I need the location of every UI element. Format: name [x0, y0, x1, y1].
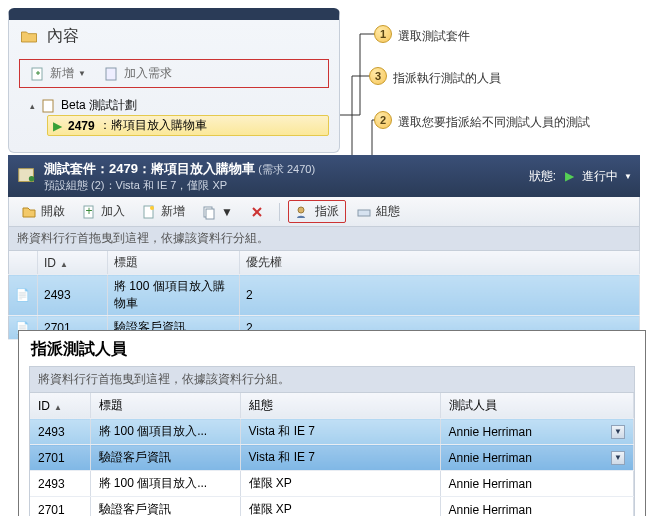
add-icon: + — [81, 204, 97, 220]
col-tester[interactable]: 測試人員 — [440, 393, 634, 419]
status-value[interactable]: 進行中 — [582, 168, 618, 185]
svg-rect-0 — [32, 68, 42, 80]
callout-text-2: 選取您要指派給不同測試人員的測試 — [398, 114, 590, 131]
config-button[interactable]: 組態 — [350, 201, 406, 222]
assign-grid: ID▲ 標題 組態 測試人員 2493 將 100 個項目放入... Vista… — [30, 393, 634, 516]
open-button[interactable]: 開啟 — [15, 201, 71, 222]
add-new-button[interactable]: 新增 ▼ — [26, 63, 90, 84]
col-config[interactable]: 組態 — [240, 393, 440, 419]
chevron-down-icon: ▼ — [78, 69, 86, 78]
test-plan-tree: ▴ Beta 測試計劃 ▶ 2479 ：將項目放入購物車 — [19, 94, 329, 142]
tree-child-selected[interactable]: ▶ 2479 ：將項目放入購物車 — [47, 115, 329, 136]
row-icon: 📄 — [15, 288, 29, 302]
sort-asc-icon: ▲ — [60, 260, 68, 269]
delete-button[interactable] — [243, 202, 271, 222]
callout-text-1: 選取測試套件 — [398, 28, 470, 45]
status-label: 狀態: — [529, 168, 556, 185]
tree-caret-icon[interactable]: ▴ — [27, 101, 37, 111]
content-panel: 內容 新增 ▼ 加入需求 ▴ Beta 測試計劃 ▶ 2479 ：將項目放入購 — [8, 8, 340, 153]
svg-rect-12 — [358, 210, 370, 216]
tester-dropdown[interactable]: ▼ — [611, 425, 625, 439]
table-row[interactable]: 📄 2493 將 100 個項目放入購物車 2 — [9, 275, 640, 316]
col-title[interactable]: 標題 — [108, 251, 240, 275]
callout-marker-1: 1 — [374, 25, 392, 43]
play-icon: ▶ — [50, 119, 64, 133]
tester-dropdown[interactable]: ▼ — [611, 451, 625, 465]
sort-asc-icon: ▲ — [54, 403, 62, 412]
col-id[interactable]: ID▲ — [30, 393, 90, 419]
svg-point-8 — [150, 206, 154, 210]
callout-marker-2: 2 — [374, 111, 392, 129]
assign-testers-panel: 指派測試人員 將資料行行首拖曳到這裡，依據該資料行分組。 ID▲ 標題 組態 測… — [18, 330, 646, 516]
assign-icon — [295, 204, 311, 220]
assign-button[interactable]: 指派 — [288, 200, 346, 223]
chevron-down-icon: ▼ — [221, 205, 233, 219]
table-row[interactable]: 2493 將 100 個項目放入... Vista 和 IE 7 Annie H… — [30, 419, 634, 445]
suite-title: 測試套件：2479：將項目放入購物車 — [44, 161, 255, 176]
svg-point-4 — [29, 176, 35, 182]
delete-icon — [249, 204, 265, 220]
svg-rect-10 — [206, 209, 214, 219]
config-icon — [356, 204, 372, 220]
add-requirement-button[interactable]: 加入需求 — [100, 63, 176, 84]
test-cases-grid: ID▲ 標題 優先權 📄 2493 將 100 個項目放入購物車 2 📄 270… — [8, 251, 640, 340]
callout-text-3: 指派執行測試的人員 — [393, 70, 501, 87]
col-id[interactable]: ID▲ — [38, 251, 108, 275]
assign-group-hint: 將資料行行首拖曳到這裡，依據該資料行分組。 — [30, 367, 634, 393]
grid-header-row: ID▲ 標題 優先權 — [9, 251, 640, 275]
requirement-icon — [104, 66, 120, 82]
copy-button[interactable]: ▼ — [195, 202, 239, 222]
new-icon-2 — [141, 204, 157, 220]
suite-icon — [16, 165, 38, 187]
suite-header-bar: 測試套件：2479：將項目放入購物車 (需求 2470) 預設組態 (2)：Vi… — [8, 155, 640, 197]
svg-rect-1 — [106, 68, 116, 80]
svg-text:+: + — [85, 204, 92, 218]
tree-root[interactable]: ▴ Beta 測試計劃 — [25, 96, 329, 115]
table-row[interactable]: 2493 將 100 個項目放入... 僅限 XP Annie Herriman — [30, 471, 634, 497]
suite-subtitle: 預設組態 (2)：Vista 和 IE 7，僅限 XP — [44, 178, 315, 193]
assign-panel-title: 指派測試人員 — [19, 331, 645, 366]
folder-icon — [19, 27, 39, 47]
new-button[interactable]: 新增 — [135, 201, 191, 222]
content-toolbar: 新增 ▼ 加入需求 — [19, 59, 329, 88]
col-priority[interactable]: 優先權 — [240, 251, 640, 275]
table-row[interactable]: 2701 驗證客戶資訊 Vista 和 IE 7 Annie Herriman▼ — [30, 445, 634, 471]
svg-point-11 — [298, 207, 304, 213]
col-title[interactable]: 標題 — [90, 393, 240, 419]
open-icon — [21, 204, 37, 220]
copy-icon — [201, 204, 217, 220]
new-icon — [30, 66, 46, 82]
status-play-icon: ▶ — [562, 169, 576, 183]
callout-marker-3: 3 — [369, 67, 387, 85]
suite-toolbar: 開啟 +加入 新增 ▼ 指派 組態 — [8, 197, 640, 227]
grid-group-hint: 將資料行行首拖曳到這裡，依據該資料行分組。 — [8, 227, 640, 251]
add-button[interactable]: +加入 — [75, 201, 131, 222]
content-title: 內容 — [47, 26, 79, 47]
svg-rect-2 — [43, 100, 53, 112]
table-row[interactable]: 2701 驗證客戶資訊 僅限 XP Annie Herriman — [30, 497, 634, 517]
plan-icon — [41, 98, 57, 114]
status-dropdown-icon[interactable]: ▼ — [624, 172, 632, 181]
